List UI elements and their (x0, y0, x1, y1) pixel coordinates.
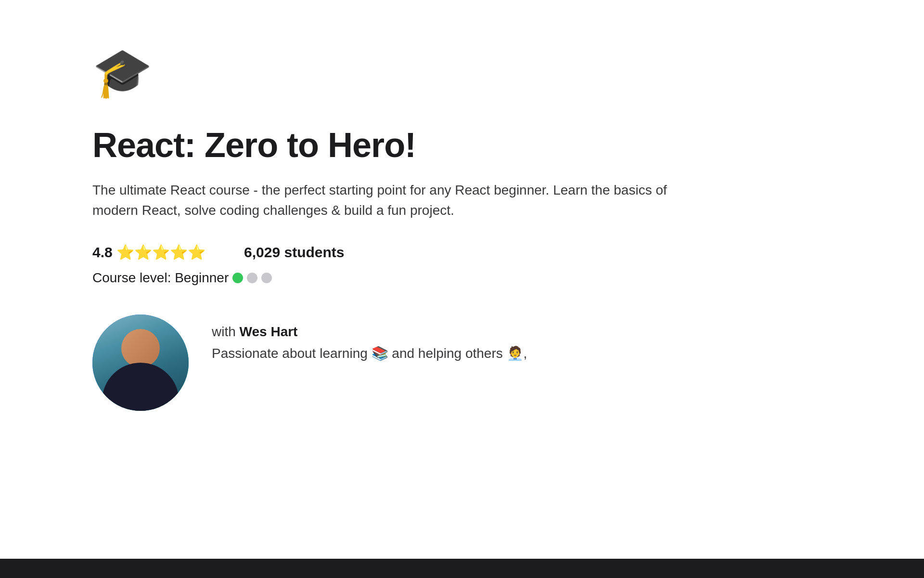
level-dot-1 (232, 273, 243, 283)
instructor-bio: Passionate about learning 📚 and helping … (212, 345, 527, 361)
course-level-label: Course level: Beginner (92, 270, 229, 286)
avatar-image (92, 315, 189, 411)
level-dot-3 (261, 273, 272, 283)
course-description: The ultimate React course - the perfect … (92, 180, 670, 221)
students-display: 6,029 students (244, 244, 344, 261)
course-meta: 4.8 ⭐⭐⭐⭐⭐ 6,029 students Course level: B… (92, 244, 832, 286)
rating-display: 4.8 ⭐⭐⭐⭐⭐ (92, 244, 205, 261)
instructor-avatar (92, 315, 189, 411)
instructor-with-label: with Wes Hart (212, 324, 527, 340)
logo-area: 🎓 (92, 48, 832, 96)
rating-row: 4.8 ⭐⭐⭐⭐⭐ 6,029 students (92, 244, 832, 261)
instructor-name: Wes Hart (240, 324, 298, 339)
instructor-info: with Wes Hart Passionate about learning … (212, 315, 527, 361)
level-dots (232, 273, 272, 283)
level-dot-2 (247, 273, 257, 283)
rating-value: 4.8 ⭐⭐⭐⭐⭐ (92, 244, 205, 260)
bottom-bar (0, 559, 924, 578)
course-level: Course level: Beginner (92, 270, 832, 286)
page-container: 🎓 React: Zero to Hero! The ultimate Reac… (0, 0, 924, 411)
rating-stars: ⭐⭐⭐⭐⭐ (116, 244, 205, 260)
graduation-cap-icon: 🎓 (92, 48, 832, 96)
instructor-section: with Wes Hart Passionate about learning … (92, 315, 832, 411)
students-count: 6,029 students (244, 244, 344, 260)
course-title: React: Zero to Hero! (92, 125, 832, 165)
